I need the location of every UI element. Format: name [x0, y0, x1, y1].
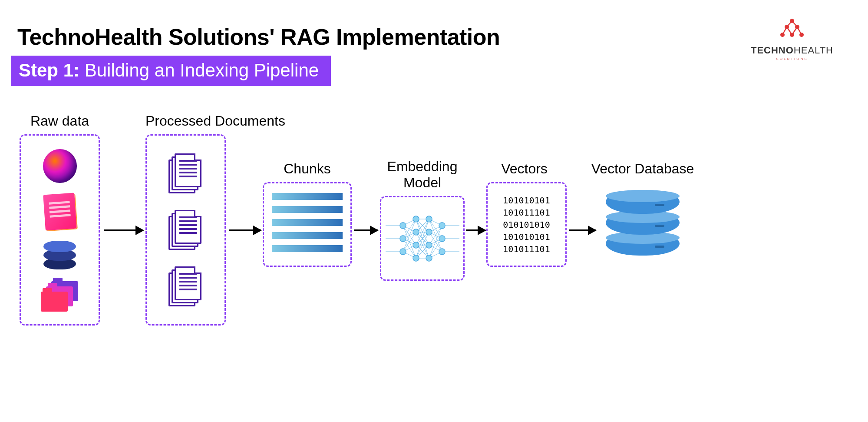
contract-document-icon: [43, 193, 77, 231]
raw-data-box: [20, 134, 100, 326]
embedding-box: [380, 196, 465, 281]
svg-line-10: [792, 27, 797, 35]
neural-network-icon: [383, 208, 462, 269]
arrow-icon: [104, 229, 143, 231]
svg-line-11: [797, 27, 802, 35]
chunk-bar-icon: [272, 219, 343, 226]
logo-sub: SOLUTIONS: [751, 57, 833, 61]
document-stack-icon: [168, 153, 203, 193]
document-stack-icon: [168, 266, 203, 306]
vector-database-icon: [588, 190, 697, 255]
svg-point-67: [426, 242, 432, 248]
svg-point-61: [413, 216, 419, 222]
chunks-label: Chunks: [263, 161, 352, 177]
chunks-box: [263, 182, 352, 267]
logo-brand-bold: TECHNO: [751, 45, 794, 56]
svg-point-68: [426, 255, 432, 261]
chunk-bar-icon: [272, 232, 343, 239]
svg-point-63: [413, 242, 419, 248]
processed-documents-label: Processed Documents: [145, 113, 285, 129]
database-icon: [43, 241, 76, 270]
embedding-label: Embedding Model: [376, 159, 469, 191]
svg-point-71: [439, 249, 445, 255]
svg-point-59: [400, 236, 406, 242]
arrow-icon: [466, 229, 485, 231]
svg-point-66: [426, 229, 432, 235]
chunk-bar-icon: [272, 206, 343, 213]
vector-database-column: Vector Database: [588, 161, 697, 255]
embedding-column: Embedding Model: [376, 159, 469, 281]
vectors-box: 101010101 101011101 010101010 101010101 …: [486, 182, 567, 267]
arrow-icon: [229, 229, 261, 231]
svg-point-65: [426, 216, 432, 222]
chunks-column: Chunks: [263, 161, 352, 267]
vectors-label: Vectors: [486, 161, 562, 177]
svg-point-70: [439, 236, 445, 242]
svg-point-69: [439, 223, 445, 229]
logo-brand-thin: HEALTH: [794, 45, 833, 56]
chunk-bar-icon: [272, 193, 343, 200]
globe-icon: [43, 149, 77, 183]
svg-line-9: [787, 27, 792, 35]
arrow-icon: [354, 229, 378, 231]
vector-database-label: Vector Database: [588, 161, 697, 177]
step-text: Building an Indexing Pipeline: [79, 60, 319, 80]
pipeline-diagram: Raw data Processed Documents: [20, 113, 851, 374]
folders-icon: [41, 281, 79, 311]
step-banner: Step 1: Building an Indexing Pipeline: [11, 56, 331, 86]
logo-text: TECHNOHEALTH: [751, 45, 833, 56]
logo-mark-icon: [779, 17, 805, 41]
svg-point-60: [400, 249, 406, 255]
vectors-column: Vectors 101010101 101011101 010101010 10…: [486, 161, 562, 267]
raw-data-column: Raw data: [20, 113, 100, 326]
brand-logo: TECHNOHEALTH SOLUTIONS: [751, 17, 833, 61]
document-stack-icon: [168, 210, 203, 250]
svg-line-7: [792, 21, 797, 27]
binary-text: 101010101 101011101 010101010 101010101 …: [503, 194, 550, 255]
processed-documents-box: [145, 134, 226, 326]
chunk-bar-icon: [272, 245, 343, 252]
page-title: TechnoHealth Solutions' RAG Implementati…: [17, 24, 500, 50]
raw-data-label: Raw data: [20, 113, 100, 129]
step-prefix: Step 1:: [19, 60, 79, 80]
svg-point-58: [400, 223, 406, 229]
svg-point-64: [413, 255, 419, 261]
svg-line-8: [782, 27, 787, 35]
svg-point-62: [413, 229, 419, 235]
svg-line-6: [787, 21, 792, 27]
